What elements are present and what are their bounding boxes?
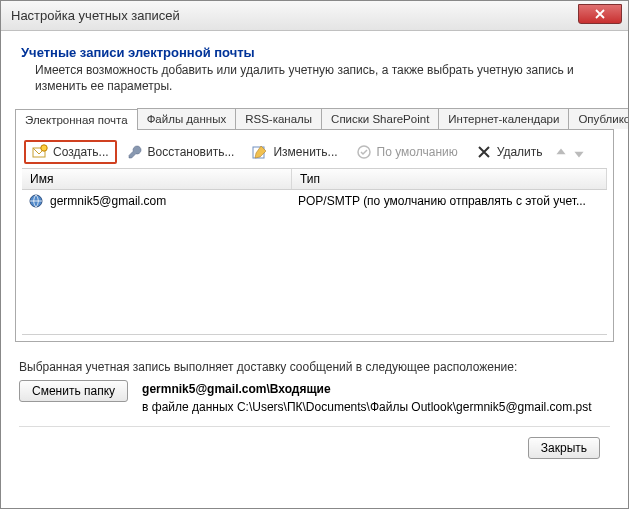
new-mail-icon bbox=[32, 144, 48, 160]
page-title: Учетные записи электронной почты bbox=[21, 45, 614, 60]
tab-published[interactable]: Опубликован bbox=[568, 108, 629, 129]
window-close-button[interactable] bbox=[578, 4, 622, 24]
close-button[interactable]: Закрыть bbox=[528, 437, 600, 459]
globe-mail-icon bbox=[28, 193, 44, 209]
delivery-row: Сменить папку germnik5@gmail.com\Входящи… bbox=[19, 380, 610, 416]
edit-label: Изменить... bbox=[273, 145, 337, 159]
delete-icon bbox=[476, 144, 492, 160]
set-default-label: По умолчанию bbox=[377, 145, 458, 159]
change-folder-button[interactable]: Сменить папку bbox=[19, 380, 128, 402]
wrench-icon bbox=[127, 144, 143, 160]
column-type[interactable]: Тип bbox=[292, 169, 607, 189]
window-title: Настройка учетных записей bbox=[11, 8, 180, 23]
tab-panel: Создать... Восстановить... Изменить... П… bbox=[15, 130, 614, 342]
title-bar: Настройка учетных записей bbox=[1, 1, 628, 31]
move-up-icon bbox=[553, 145, 569, 159]
move-down-icon bbox=[571, 145, 587, 159]
account-type: POP/SMTP (по умолчанию отправлять с этой… bbox=[298, 194, 601, 208]
close-icon bbox=[595, 9, 605, 19]
account-row[interactable]: germnik5@gmail.com POP/SMTP (по умолчани… bbox=[22, 190, 607, 212]
repair-label: Восстановить... bbox=[148, 145, 235, 159]
tab-data-files[interactable]: Файлы данных bbox=[137, 108, 237, 129]
account-name: germnik5@gmail.com bbox=[50, 194, 166, 208]
delivery-target: germnik5@gmail.com\Входящие bbox=[142, 382, 331, 396]
tab-internet-calendars[interactable]: Интернет-календари bbox=[438, 108, 569, 129]
edit-icon bbox=[252, 144, 268, 160]
toolbar: Создать... Восстановить... Изменить... П… bbox=[22, 136, 607, 168]
svg-point-1 bbox=[41, 145, 47, 151]
new-account-label: Создать... bbox=[53, 145, 109, 159]
repair-button[interactable]: Восстановить... bbox=[119, 140, 243, 164]
tab-sharepoint[interactable]: Списки SharePoint bbox=[321, 108, 439, 129]
set-default-button: По умолчанию bbox=[348, 140, 466, 164]
delete-label: Удалить bbox=[497, 145, 543, 159]
check-circle-icon bbox=[356, 144, 372, 160]
delete-button[interactable]: Удалить bbox=[468, 140, 551, 164]
delivery-label: Выбранная учетная запись выполняет доста… bbox=[19, 360, 610, 374]
tab-strip: Электронная почта Файлы данных RSS-канал… bbox=[15, 108, 614, 130]
edit-button[interactable]: Изменить... bbox=[244, 140, 345, 164]
delivery-path: в файле данных C:\Users\ПК\Documents\Фай… bbox=[142, 400, 592, 414]
list-header: Имя Тип bbox=[22, 168, 607, 190]
tab-rss[interactable]: RSS-каналы bbox=[235, 108, 322, 129]
account-list[interactable]: germnik5@gmail.com POP/SMTP (по умолчани… bbox=[22, 190, 607, 335]
tab-email[interactable]: Электронная почта bbox=[15, 109, 138, 130]
column-name[interactable]: Имя bbox=[22, 169, 292, 189]
page-subtitle: Имеется возможность добавить или удалить… bbox=[35, 62, 614, 94]
new-account-button[interactable]: Создать... bbox=[24, 140, 117, 164]
